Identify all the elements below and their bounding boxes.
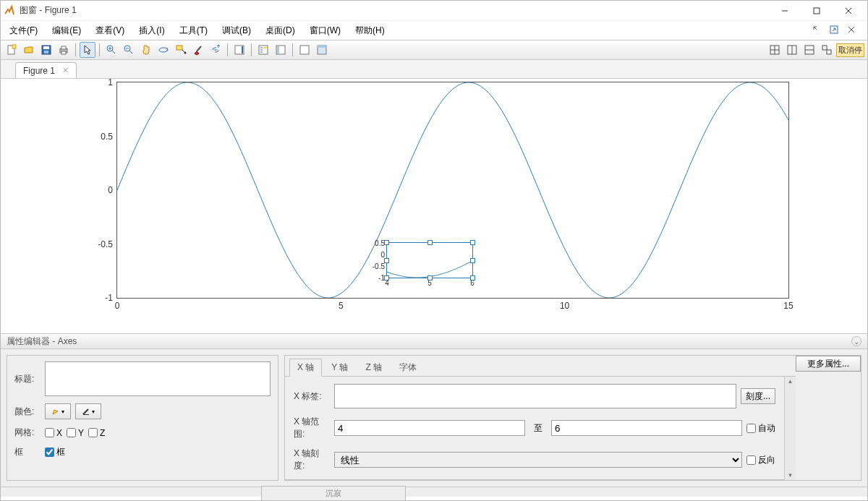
toolbar: 取消停 [1,40,867,60]
face-color-button[interactable]: ▾ [45,403,71,419]
menu-debug[interactable]: 调试(B) [219,25,254,37]
inset-y-tick: -0.5 [373,262,385,270]
inset-axes[interactable]: 0.5 0 -0.5 -1 4 5 6 [386,242,473,278]
svg-rect-13 [176,46,182,50]
tab-figure-1[interactable]: Figure 1 ✕ [15,62,77,78]
undock-icon[interactable] [827,25,841,36]
ticks-button[interactable]: 刻度... [741,388,775,404]
tab-font[interactable]: 字体 [391,359,425,376]
grid-x-checkbox[interactable]: X [45,428,62,438]
property-editor-header[interactable]: 属性编辑器 - Axes ⌄ [1,333,867,349]
menu-help[interactable]: 帮助(H) [352,25,388,37]
color-label: 颜色: [14,406,41,418]
menu-desktop[interactable]: 桌面(D) [263,25,298,37]
menu-edit[interactable]: 编辑(E) [49,25,84,37]
menu-view[interactable]: 查看(V) [93,25,127,37]
title-input[interactable] [45,361,271,396]
resize-handle-s[interactable] [427,275,433,281]
resize-handle-n[interactable] [427,240,433,245]
maximize-button[interactable] [801,1,833,21]
axis-tabs: X 轴 Y 轴 Z 轴 字体 [285,356,796,377]
property-editor-title: 属性编辑器 - Axes [7,335,77,348]
print-icon[interactable] [56,42,72,58]
edge-color-button[interactable]: ▾ [75,403,101,419]
auto-checkbox[interactable]: 自动 [746,422,775,434]
x-tick: 5 [339,301,344,311]
tab-x-axis[interactable]: X 轴 [289,359,322,377]
tab-z-axis[interactable]: Z 轴 [357,359,390,376]
axes-axis-panel: X 轴 Y 轴 Z 轴 字体 X 标签: 刻度... X 轴范围: [284,355,861,481]
layout-3-icon[interactable] [801,42,817,58]
layout-2-icon[interactable] [784,42,800,58]
rotate3d-icon[interactable] [156,42,171,58]
y-tick: 0.5 [101,132,113,142]
menu-window[interactable]: 窗口(W) [307,25,344,37]
close-panel-icon[interactable] [844,25,859,36]
resize-handle-se[interactable] [470,275,475,281]
close-button[interactable] [833,1,864,21]
insert-legend-icon[interactable] [255,42,271,58]
plot-area: 1 0.5 0 -0.5 -1 0 5 10 15 0.5 0 -0.5 -1 … [1,79,867,333]
reverse-checkbox[interactable]: 反向 [746,454,775,466]
svg-rect-28 [827,50,831,54]
resize-handle-nw[interactable] [384,240,389,245]
resize-handle-ne[interactable] [470,240,475,245]
show-plot-tools-icon[interactable] [297,42,312,58]
svg-rect-5 [43,46,49,49]
more-properties-button[interactable]: 更多属性... [796,356,861,372]
menu-file[interactable]: 文件(F) [7,25,41,37]
xmax-input[interactable] [551,420,742,436]
window-title: 图窗 - Figure 1 [20,4,769,17]
svg-rect-29 [83,414,89,415]
zoom-out-icon[interactable] [121,42,137,58]
y-tick: 0 [108,185,113,195]
pointer-icon[interactable] [80,42,95,58]
titlebar: 图窗 - Figure 1 [1,1,867,21]
save-icon[interactable] [38,42,54,58]
xscale-select[interactable]: 线性 [334,452,742,468]
pan-icon[interactable] [138,42,154,58]
zoom-in-icon[interactable] [103,42,119,58]
footer-panel: 沉寂 [261,486,406,500]
open-icon[interactable] [21,42,37,58]
to-label: 至 [529,422,547,434]
xmin-input[interactable] [334,420,525,436]
svg-rect-27 [822,46,827,50]
axis-panel-scrollbar[interactable]: ▲ ▼ [784,377,796,480]
menubar: 文件(F) 编辑(E) 查看(V) 插入(I) 工具(T) 调试(B) 桌面(D… [1,21,867,40]
statusbar [1,487,867,497]
link-icon[interactable] [208,42,224,58]
hide-plot-tools-icon[interactable] [273,42,289,58]
collapse-icon[interactable]: ⌄ [851,336,861,346]
menu-tools[interactable]: 工具(T) [176,25,210,37]
grid-y-checkbox[interactable]: Y [67,428,84,438]
dock-figure-icon[interactable] [314,42,330,58]
svg-rect-16 [242,46,243,53]
matlab-logo-icon [4,5,15,17]
new-figure-icon[interactable] [4,42,20,58]
cancel-dock-label[interactable]: 取消停 [836,43,864,57]
y-tick: -0.5 [98,239,113,249]
tab-y-axis[interactable]: Y 轴 [323,359,356,376]
tab-close-icon[interactable]: ✕ [62,66,69,75]
datacursor-icon[interactable] [173,42,189,58]
x-tick: 0 [115,301,120,311]
y-tick: 1 [108,77,113,87]
svg-point-14 [184,52,187,54]
menu-insert[interactable]: 插入(I) [136,25,167,37]
layout-4-icon[interactable] [819,42,835,58]
layout-1-icon[interactable] [767,42,783,58]
axes-basic-panel: 标题: 颜色: ▾ ▾ 网格: X Y Z 框 框 [7,355,278,481]
brush-icon[interactable] [190,42,206,58]
dock-icon[interactable] [809,25,824,36]
insert-colorbar-icon[interactable] [231,42,247,58]
resize-handle-e[interactable] [470,258,475,263]
minimize-button[interactable] [769,1,801,21]
xlabel-input[interactable] [334,384,736,408]
resize-handle-w[interactable] [384,258,389,263]
svg-rect-17 [259,46,268,54]
resize-handle-sw[interactable] [384,275,389,281]
frame-checkbox[interactable]: 框 [45,446,65,458]
svg-rect-8 [61,46,66,49]
grid-z-checkbox[interactable]: Z [88,428,105,438]
